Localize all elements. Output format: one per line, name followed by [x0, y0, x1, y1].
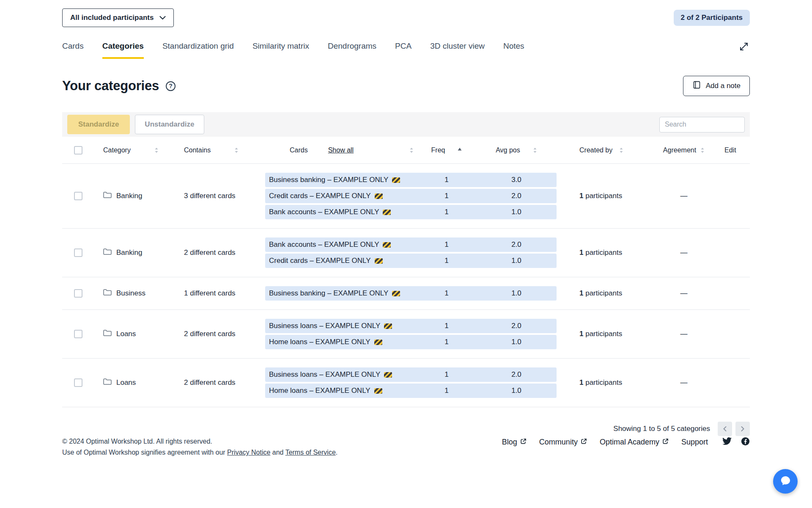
- header-category[interactable]: Category: [103, 146, 184, 154]
- card-name: Business loans – EXAMPLE ONLY: [269, 370, 380, 379]
- header-agreement-label: Agreement: [663, 146, 696, 154]
- show-all-link[interactable]: Show all: [328, 146, 354, 154]
- tab-cards[interactable]: Cards: [62, 41, 84, 59]
- header-created-by[interactable]: Created by: [557, 146, 654, 154]
- terms-of-service-link[interactable]: Terms of Service: [285, 449, 336, 456]
- header-created-by-label: Created by: [579, 146, 612, 154]
- next-page-button[interactable]: [735, 422, 750, 436]
- card-row: Home loans – EXAMPLE ONLY 1 1.0: [265, 335, 557, 349]
- chat-bubble-button[interactable]: [773, 469, 798, 494]
- category-name: Banking: [116, 248, 142, 257]
- hazard-icon: [392, 291, 400, 296]
- unstandardize-button[interactable]: Unstandardize: [135, 115, 204, 134]
- note-icon: [692, 80, 701, 91]
- select-all-checkbox[interactable]: [74, 146, 82, 155]
- card-freq: 1: [417, 176, 476, 184]
- card-row: Business banking – EXAMPLE ONLY 1 3.0: [265, 173, 557, 187]
- card-avg-pos: 2.0: [476, 370, 557, 379]
- row-checkbox[interactable]: [74, 192, 82, 200]
- category-name: Loans: [116, 330, 136, 338]
- header-cards-group: Cards Show all Freq Avg pos: [265, 146, 557, 154]
- header-contains[interactable]: Contains: [184, 146, 265, 154]
- created-by-cell: 1 participants: [557, 248, 654, 257]
- header-category-label: Category: [103, 146, 131, 154]
- chat-icon: [780, 475, 791, 488]
- sort-icon[interactable]: [700, 147, 705, 153]
- participants-count-badge: 2 of 2 Participants: [674, 10, 750, 26]
- participants-filter-label: All included participants: [70, 14, 154, 22]
- row-checkbox[interactable]: [74, 289, 82, 298]
- add-note-button[interactable]: Add a note: [683, 76, 750, 96]
- row-checkbox[interactable]: [74, 330, 82, 338]
- external-link-icon: [581, 438, 587, 447]
- privacy-notice-link[interactable]: Privacy Notice: [227, 449, 270, 456]
- external-link-icon: [662, 438, 669, 447]
- card-avg-pos: 1.0: [476, 289, 557, 298]
- row-checkbox[interactable]: [74, 248, 82, 257]
- created-by-cell: 1 participants: [557, 330, 654, 338]
- card-freq: 1: [417, 338, 476, 346]
- agreement-cell: —: [654, 330, 713, 338]
- expand-icon[interactable]: [739, 41, 750, 59]
- card-row: Business loans – EXAMPLE ONLY 1 2.0: [265, 367, 557, 382]
- hazard-icon: [374, 340, 382, 345]
- table-row: Loans 2 different cards Business loans –…: [62, 310, 750, 359]
- card-avg-pos: 1.0: [476, 387, 557, 395]
- card-avg-pos: 3.0: [476, 176, 557, 184]
- twitter-icon[interactable]: [722, 437, 732, 447]
- add-note-label: Add a note: [706, 82, 741, 90]
- table-toolbar: Standardize Unstandardize: [62, 112, 750, 137]
- tab-pca[interactable]: PCA: [395, 41, 411, 59]
- tab-categories[interactable]: Categories: [102, 41, 144, 59]
- card-freq: 1: [417, 289, 476, 298]
- card-name: Home loans – EXAMPLE ONLY: [269, 338, 370, 346]
- category-name: Loans: [116, 378, 136, 387]
- tab-similarity-matrix[interactable]: Similarity matrix: [252, 41, 309, 59]
- sort-icon[interactable]: [533, 147, 537, 153]
- participants-filter-dropdown[interactable]: All included participants: [62, 8, 174, 27]
- folder-icon: [103, 248, 112, 257]
- row-checkbox[interactable]: [74, 378, 82, 387]
- search-input[interactable]: [659, 117, 745, 133]
- agreement-cell: —: [654, 378, 713, 387]
- tab-3d-cluster-view[interactable]: 3D cluster view: [430, 41, 485, 59]
- pagination: Showing 1 to 5 of 5 categories: [62, 422, 750, 436]
- category-name: Banking: [116, 192, 142, 200]
- hazard-icon: [384, 372, 392, 378]
- card-avg-pos: 2.0: [476, 322, 557, 330]
- community-link[interactable]: Community: [539, 438, 587, 447]
- tab-dendrograms[interactable]: Dendrograms: [328, 41, 376, 59]
- created-by-cell: 1 participants: [557, 378, 654, 387]
- blog-link[interactable]: Blog: [502, 438, 527, 447]
- sort-asc-icon[interactable]: [458, 145, 462, 152]
- agreement-cell: —: [654, 248, 713, 257]
- prev-page-button[interactable]: [718, 422, 732, 436]
- help-icon[interactable]: [166, 81, 176, 91]
- categories-table: Category Contains Cards Show all Freq: [62, 137, 750, 436]
- optimal-academy-link[interactable]: Optimal Academy: [600, 438, 669, 447]
- card-name: Home loans – EXAMPLE ONLY: [269, 387, 370, 395]
- card-freq: 1: [417, 370, 476, 379]
- header-agreement[interactable]: Agreement: [654, 146, 713, 154]
- sort-icon[interactable]: [619, 147, 623, 153]
- card-avg-pos: 2.0: [476, 192, 557, 200]
- sort-icon[interactable]: [154, 147, 159, 153]
- page-footer: © 2024 Optimal Workshop Ltd. All rights …: [62, 436, 750, 469]
- support-link[interactable]: Support: [681, 438, 708, 447]
- standardize-button[interactable]: Standardize: [67, 115, 130, 134]
- sort-icon[interactable]: [409, 147, 414, 153]
- facebook-icon[interactable]: [741, 437, 750, 447]
- card-freq: 1: [417, 257, 476, 265]
- table-header-row: Category Contains Cards Show all Freq: [62, 137, 750, 164]
- legal-text: Use of Optimal Workshop signifies agreem…: [62, 447, 337, 458]
- hazard-icon: [383, 210, 391, 215]
- card-freq: 1: [417, 322, 476, 330]
- card-freq: 1: [417, 192, 476, 200]
- chevron-down-icon: [159, 14, 166, 22]
- tab-notes[interactable]: Notes: [503, 41, 524, 59]
- header-avg-pos[interactable]: Avg pos: [476, 146, 557, 154]
- tab-standardization-grid[interactable]: Standardization grid: [162, 41, 234, 59]
- header-freq[interactable]: Freq: [417, 146, 476, 154]
- top-bar: All included participants 2 of 2 Partici…: [62, 8, 750, 27]
- sort-icon[interactable]: [234, 147, 239, 153]
